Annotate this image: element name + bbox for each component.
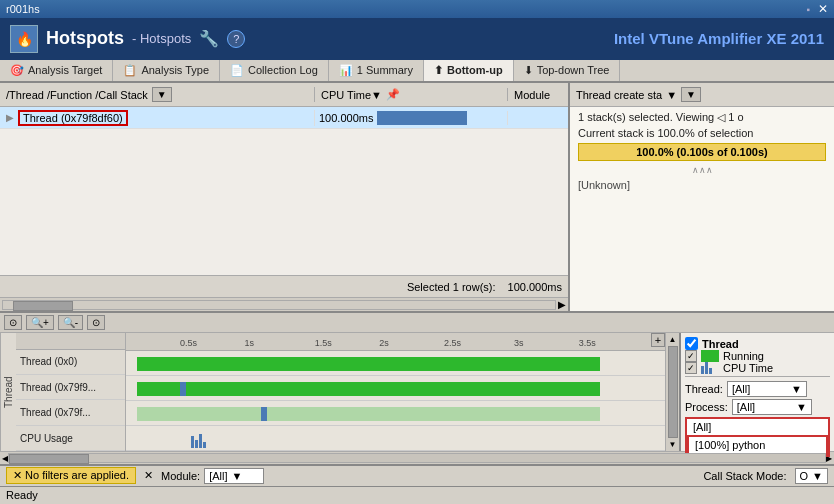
tl-hscroll-thumb[interactable] (9, 454, 89, 464)
process-filter-label: Process: (685, 401, 728, 413)
legend-running-label: Running (723, 350, 764, 362)
tick-0.5s: 0.5s (180, 338, 197, 348)
rp-dropdown-btn[interactable]: ▼ (681, 87, 701, 102)
tick-2s: 2s (379, 338, 389, 348)
vtune-title: Intel VTune Amplifier XE 2011 (614, 30, 824, 47)
pin-icon[interactable]: 📌 (386, 88, 400, 101)
tl-plus-btn[interactable]: + (651, 333, 665, 347)
vscroll-down[interactable]: ▼ (669, 440, 677, 449)
tab-bottom-up[interactable]: ⬆ Bottom-up (424, 60, 514, 84)
window-title: r001hs (6, 3, 806, 15)
tl-mini-bar-3 (261, 407, 267, 421)
table-row[interactable]: ▶ Thread (0x79f8df60) 100.000ms (0, 107, 568, 129)
legend-thread-checkbox[interactable] (685, 337, 698, 350)
process-filter-row: Process: [All] ▼ (685, 399, 830, 415)
tab-analysis-type[interactable]: 📋 Analysis Type (113, 60, 220, 82)
process-filter-select[interactable]: [All] ▼ (732, 399, 812, 415)
nav-tabs: 🎯 Analysis Target 📋 Analysis Type 📄 Coll… (0, 60, 834, 84)
rp-progress-label: 100.0% (0.100s of 0.100s) (636, 146, 767, 158)
tab-analysis-target[interactable]: 🎯 Analysis Target (0, 60, 113, 82)
tl-vert-label: Thread (0, 333, 16, 451)
tl-fit-btn[interactable]: ⊙ (87, 315, 105, 330)
right-panel: Thread create sta ▼ ▼ 1 stack(s) selecte… (570, 83, 834, 311)
tick-3.5s: 3.5s (579, 338, 596, 348)
expand-icon[interactable]: ▶ (6, 112, 14, 123)
app-subtitle: - Hotspots (132, 31, 191, 46)
callstack-value: O (800, 470, 809, 482)
tl-row-2 (126, 376, 665, 401)
legend-running-check[interactable]: ✓ (685, 350, 697, 362)
tl-cpu-row (126, 426, 665, 451)
hscroll-thumb[interactable] (13, 301, 73, 311)
module-select[interactable]: [All] ▼ (204, 468, 264, 484)
legend-running: ✓ Running (685, 350, 830, 362)
tl-vscroll[interactable]: ▲ ▼ (665, 333, 679, 451)
window-icon: ▪ (806, 4, 810, 15)
tool-icon[interactable]: 🔧 (199, 29, 219, 48)
dropdown-item-all[interactable]: [All] (687, 419, 828, 435)
tab-analysis-target-label: Analysis Target (28, 64, 102, 76)
table-header: /Thread /Function /Call Stack ▼ CPU Time… (0, 83, 568, 107)
thread-filter-label: Thread: (685, 383, 723, 395)
tick-3s: 3s (514, 338, 524, 348)
cpu-bar-3 (199, 434, 202, 448)
tl-label-cpu: CPU Usage (16, 426, 125, 451)
tl-rows-area: 0.5s 1s 1.5s 2s 2.5s 3s 3.5s + (126, 333, 665, 451)
legend-running-color (701, 350, 719, 362)
analysis-type-icon: 📋 (123, 64, 137, 77)
th-thread-function: /Thread /Function /Call Stack ▼ (0, 87, 315, 102)
module-filter: Module: [All] ▼ (161, 468, 264, 484)
close-icon[interactable]: ✕ (818, 2, 828, 16)
hscroll-track[interactable] (2, 300, 556, 310)
tl-bar-thread2 (137, 382, 601, 396)
selected-value: 100.000ms (508, 281, 562, 293)
main-content: /Thread /Function /Call Stack ▼ CPU Time… (0, 83, 834, 311)
vscroll-thumb[interactable] (668, 346, 678, 438)
no-filters-badge[interactable]: ✕ No filters are applied. (6, 467, 136, 484)
callstack-select[interactable]: O ▼ (795, 468, 828, 484)
legend-cpu-time: ✓ CPU Time (685, 362, 830, 374)
table-body: ▶ Thread (0x79f8df60) 100.000ms (0, 107, 568, 275)
ready-text: Ready (6, 489, 38, 501)
help-button[interactable]: ? (227, 30, 245, 48)
app-icon: 🔥 (10, 25, 38, 53)
th-module: Module (508, 89, 568, 101)
filter-settings-icon[interactable]: ✕ (144, 469, 153, 482)
selected-summary: Selected 1 row(s): 100.000ms (0, 275, 568, 297)
tab-top-down-tree[interactable]: ⬇ Top-down Tree (514, 60, 621, 82)
tl-cpu-label: CPU Usage (20, 433, 73, 444)
rp-info1: 1 stack(s) selected. Viewing ◁ 1 o (578, 111, 826, 124)
legend-cpu-label: CPU Time (723, 362, 773, 374)
timeline-section: ⊙ 🔍+ 🔍- ⊙ Thread Thread (0x0) Thread (0x… (0, 311, 834, 451)
scroll-right-btn[interactable]: ▶ (558, 299, 566, 310)
tl-label-thread2: Thread (0x79f9... (16, 375, 125, 400)
legend-sep (685, 376, 830, 377)
tl-zoom-reset-btn[interactable]: ⊙ (4, 315, 22, 330)
status-bar: ✕ No filters are applied. ✕ Module: [All… (0, 464, 834, 486)
collection-log-icon: 📄 (230, 64, 244, 77)
tab-collection-log[interactable]: 📄 Collection Log (220, 60, 329, 82)
callstack-arrow: ▼ (812, 470, 823, 482)
top-down-icon: ⬇ (524, 64, 533, 77)
legend-cpu-check[interactable]: ✓ (685, 362, 697, 374)
tab-summary[interactable]: 📊 1 Summary (329, 60, 424, 82)
tab-summary-label: 1 Summary (357, 64, 413, 76)
tl-hscroll-track[interactable] (8, 453, 826, 463)
rp-info2: Current stack is 100.0% of selection (578, 127, 826, 139)
dropdown-python-label: [100%] python (695, 439, 765, 451)
th-thread-dropdown[interactable]: ▼ (152, 87, 172, 102)
filter-label: No filters are applied. (25, 469, 129, 481)
tl-zoom-out-btn[interactable]: 🔍- (58, 315, 83, 330)
tl-label-thread3: Thread (0x79f... (16, 400, 125, 425)
module-value: [All] (209, 470, 227, 482)
rp-body: 1 stack(s) selected. Viewing ◁ 1 o Curre… (570, 107, 834, 311)
thread-filter-select[interactable]: [All] ▼ (727, 381, 807, 397)
rp-progress-bar: 100.0% (0.100s of 0.100s) (578, 143, 826, 161)
vscroll-up[interactable]: ▲ (669, 335, 677, 344)
selected-label: Selected 1 row(s): (407, 281, 496, 293)
tl-bar-thread1 (137, 357, 601, 371)
tl-zoom-in-btn[interactable]: 🔍+ (26, 315, 54, 330)
module-arrow: ▼ (232, 470, 243, 482)
tl-thread3-name: Thread (0x79f... (20, 407, 91, 418)
left-panel: /Thread /Function /Call Stack ▼ CPU Time… (0, 83, 570, 311)
